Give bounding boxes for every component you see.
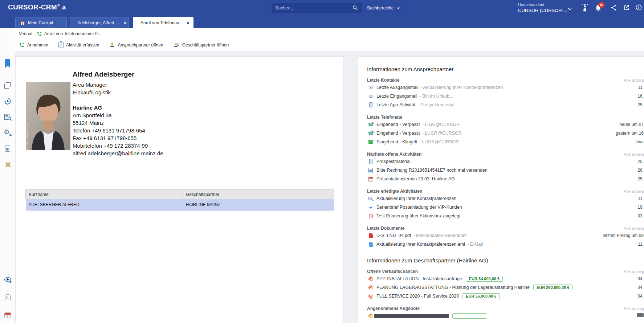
list-item[interactable]: Bitte Rechnung R20186514541E7 noch mal v… bbox=[367, 166, 644, 175]
search-input[interactable] bbox=[272, 3, 362, 13]
report-document-icon[interactable] bbox=[0, 145, 15, 153]
section-offene-verkaufschancen: Offene Verkaufschancen Alle anzeigen bbox=[367, 268, 644, 274]
item-date: 03. bbox=[634, 213, 644, 218]
contact-city: 55124 Mainz bbox=[73, 119, 163, 127]
item-subtitle: - Prospektmaterial bbox=[417, 102, 454, 107]
client-selector[interactable]: Hauptmandant: CURSOR (CURSOR-... bbox=[518, 3, 567, 13]
tab-mein-cockpit[interactable]: Mein Cockpit bbox=[15, 17, 67, 28]
lighthouse-icon[interactable] bbox=[581, 4, 588, 13]
ansprechpartner-oeffnen-button[interactable]: Ansprechpartner öffnen bbox=[109, 42, 163, 48]
clipped-list-item[interactable] bbox=[367, 311, 644, 320]
watchlist-eye-icon[interactable]: ★ bbox=[0, 277, 15, 284]
geschaeftspartner-oeffnen-button[interactable]: Geschäftspartner öffnen bbox=[174, 42, 229, 48]
tab-adelsberger-alfred[interactable]: Adelsberger, Alfred, ... × bbox=[70, 17, 129, 28]
phone-incoming-icon bbox=[19, 42, 25, 48]
contact-photo: © olly - Fotolia.com bbox=[26, 82, 70, 150]
list-item[interactable]: ✉➤ Aktualisierung Ihrer Kontaktpräferenz… bbox=[367, 194, 644, 203]
bookmark-icon[interactable] bbox=[0, 59, 15, 70]
list-item[interactable]: FULL SERVICE 2020 - Full Service 2020 EU… bbox=[367, 292, 644, 300]
item-subtitle: - LUGR@CURSOR bbox=[422, 131, 462, 136]
clipboard-check-icon: ✓ bbox=[58, 42, 64, 48]
item-date: 25. bbox=[634, 159, 644, 164]
list-item[interactable]: ☎ Eingehend - Klingelt - LUGR@CURSOR Inv… bbox=[367, 138, 644, 146]
list-item[interactable]: ✉ Letzte Eingangsmail - Bin im Urlaub...… bbox=[367, 92, 644, 101]
close-icon[interactable]: × bbox=[187, 20, 189, 25]
chevron-down-icon bbox=[396, 6, 400, 10]
info-icon[interactable] bbox=[635, 4, 642, 12]
chevron-down-icon[interactable] bbox=[567, 6, 572, 13]
show-all-link[interactable]: Alle anzeigen bbox=[624, 226, 644, 230]
annehmen-button[interactable]: Annehmen bbox=[19, 42, 48, 48]
list-item[interactable]: PLANUNG LAGERAUSSTATTUNG - Planung der L… bbox=[367, 283, 644, 292]
phone-incoming-icon bbox=[37, 31, 42, 37]
tab-label: Mein Cockpit bbox=[28, 20, 53, 25]
notifications-bell-icon[interactable]: 18 bbox=[595, 4, 602, 13]
list-item[interactable]: D-S_LND_04.pdf - Massendaten-Serienbrief… bbox=[367, 231, 644, 240]
list-item[interactable]: ☎× Eingehend - Verpasst - LUGR@CURSOR ge… bbox=[367, 129, 644, 138]
windows-icon[interactable] bbox=[0, 82, 15, 91]
search-list-icon[interactable] bbox=[0, 113, 15, 123]
item-label: Letzte Ausgangsmail bbox=[376, 85, 418, 90]
history-icon[interactable] bbox=[0, 97, 15, 107]
contact-department: Einkauf/Logistik bbox=[73, 89, 163, 96]
verlauf-item-label: Anruf von Telefonnummer 0... bbox=[44, 31, 101, 36]
tab-anruf-von-telefonnummer[interactable]: Anruf von Telefonnu... × bbox=[133, 17, 193, 28]
missed-call-icon: ☎× bbox=[368, 122, 374, 127]
offer-icon bbox=[368, 314, 373, 318]
notes-clipboard-icon[interactable]: ✎ bbox=[0, 295, 15, 303]
search-scope-button[interactable]: Suchbereiche bbox=[364, 3, 404, 13]
show-all-link[interactable]: Alle anzeigen bbox=[624, 152, 644, 156]
share-icon[interactable] bbox=[610, 4, 617, 13]
list-item[interactable]: ☎× Eingehend - Verpasst - LIGU@CURSOR he… bbox=[367, 120, 644, 129]
close-icon[interactable]: × bbox=[124, 20, 127, 25]
show-all-link[interactable]: Alle anzeigen bbox=[624, 78, 644, 82]
show-all-link[interactable]: Alle anzeigen bbox=[624, 269, 644, 274]
item-label: Serienbrief Posteinladung der VIP-Kunden bbox=[376, 205, 462, 210]
item-label: Eingehend - Verpasst bbox=[376, 122, 420, 127]
item-label: Präsentationstermin 23.03. Hairline AG bbox=[376, 176, 455, 181]
section-heading: Offene Verkaufschancen bbox=[367, 269, 418, 274]
table-row[interactable]: ADELSBERGER ALFRED HAIRLINE MAINZ bbox=[26, 199, 334, 210]
envelope-icon: ✉ bbox=[368, 85, 373, 90]
section-letzte-kontakte: Letzte Kontakte Alle anzeigen bbox=[367, 77, 644, 83]
column-header-kurzname[interactable]: Kurzname bbox=[26, 190, 183, 199]
list-item[interactable]: ➤ Serienbrief Posteinladung der VIP-Kund… bbox=[367, 203, 644, 212]
list-item[interactable]: Letzte App-Aktivität - Prospektmaterial … bbox=[367, 101, 644, 109]
list-item[interactable]: APP-INSTALLATION - Installationsanfrage … bbox=[367, 274, 644, 283]
column-header-geschaeftspartner[interactable]: Geschäftspartner bbox=[183, 190, 334, 199]
contact-fax: Fax +49 6131 971798-655 bbox=[73, 134, 163, 142]
button-label: Ansprechpartner öffnen bbox=[118, 42, 163, 48]
list-item[interactable]: Test Erinnerung über Aktionsbox angelegt… bbox=[367, 212, 644, 220]
search-icon[interactable] bbox=[352, 5, 358, 12]
list-item[interactable]: Präsentationstermin 23.03. Hairline AG 2… bbox=[367, 175, 644, 183]
section-heading: Nächste offene Aktivitäten bbox=[367, 152, 421, 157]
show-all-link[interactable]: Alle anzeigen bbox=[624, 189, 644, 193]
item-label: APP-INSTALLATION - Installationsanfrage bbox=[376, 276, 462, 281]
verlauf-label: Verlauf: bbox=[19, 31, 34, 36]
item-label: Bitte Rechnung R20186514541E7 noch mal v… bbox=[376, 168, 488, 173]
item-label: Test Erinnerung über Aktionsbox angelegt bbox=[376, 213, 460, 218]
tab-label: Anruf von Telefonnu... bbox=[140, 20, 183, 25]
target-icon bbox=[368, 277, 373, 281]
contact-details: Alfred Adelsberger Area Manager Einkauf/… bbox=[73, 70, 163, 157]
client-label: Hauptmandant: bbox=[518, 3, 567, 8]
item-label: D-S_LND_04.pdf bbox=[376, 233, 411, 238]
section-letzte-erledigte-aktivitaeten: Letzte erledigte Aktivitäten Alle anzeig… bbox=[367, 188, 644, 194]
list-item[interactable]: ✉ Letzte Ausgangsmail - Aktualisierung I… bbox=[367, 83, 644, 92]
open-external-icon[interactable] bbox=[623, 4, 630, 12]
process-gear-icon[interactable]: ⚙▶ bbox=[0, 128, 15, 138]
sidebar-divider bbox=[0, 271, 15, 271]
info-panel-title-ansprechpartner: Informationen zum Ansprechpartner bbox=[367, 66, 644, 72]
item-subtitle: - Aktualisierung Ihrer Kontaktpräferenze… bbox=[420, 85, 503, 90]
list-item[interactable]: Prospektmaterial 25. bbox=[367, 157, 644, 166]
contact-email[interactable]: alfred.adelsberger@hairline.mainz.de bbox=[73, 150, 163, 157]
show-all-link[interactable]: Alle anzeigen bbox=[624, 306, 644, 311]
list-item[interactable]: Aktualisierung Ihrer Kontaktpräferenzen.… bbox=[367, 240, 644, 249]
tools-icon[interactable] bbox=[0, 161, 15, 170]
item-label: Letzte App-Aktivität bbox=[376, 102, 415, 107]
verlauf-item[interactable]: Anruf von Telefonnummer 0... bbox=[37, 31, 101, 37]
calendar-icon[interactable] bbox=[0, 312, 15, 320]
app-logo-text: CURSOR-CRM bbox=[8, 3, 57, 11]
aktivitaet-erfassen-button[interactable]: ✓ Aktivität erfassen bbox=[58, 42, 99, 48]
action-buttons-row: Annehmen ✓ Aktivität erfassen Ansprechpa… bbox=[19, 39, 229, 51]
